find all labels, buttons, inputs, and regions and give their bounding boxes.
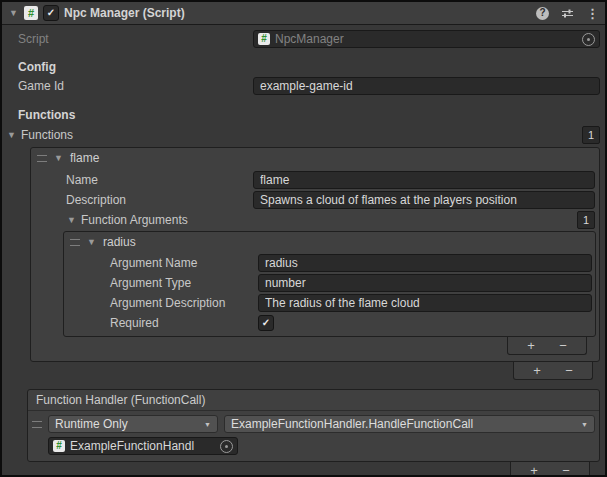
argument-description-input[interactable] (258, 294, 592, 312)
kebab-menu-icon[interactable]: ⋮ (586, 7, 599, 20)
function-arguments-foldout-row: ▼ Function Arguments 1 (31, 211, 595, 229)
component-enabled-checkbox[interactable]: ✓ (43, 5, 59, 21)
argument-type-label: Argument Type (110, 276, 258, 290)
script-label: Script (18, 32, 253, 46)
foldout-icon[interactable]: ▼ (66, 216, 77, 225)
game-id-label: Game Id (18, 79, 253, 93)
component-title: Npc Manager (Script) (64, 6, 185, 20)
handler-target-object-field[interactable]: # ExampleFunctionHandl (48, 437, 238, 455)
name-label: Name (66, 173, 253, 187)
argument-description-row: Argument Description (64, 294, 592, 312)
description-row: Description (31, 191, 595, 209)
handler-callback-row: Runtime Only ▼ ExampleFunctionHandler.Ha… (28, 415, 595, 433)
remove-argument-button[interactable]: − (547, 338, 579, 353)
function-arguments-size-field[interactable]: 1 (577, 211, 595, 229)
function-name-input[interactable] (253, 171, 595, 189)
remove-function-button[interactable]: − (553, 363, 585, 378)
method-value: ExampleFunctionHandler.HandleFunctionCal… (231, 417, 473, 431)
argument-name-input[interactable] (258, 254, 592, 272)
component-header: ▼ # ✓ Npc Manager (Script) ? ⋮ (2, 2, 605, 25)
unity-inspector: ▼ # ✓ Npc Manager (Script) ? ⋮ Script # … (0, 0, 607, 477)
csharp-script-icon: # (258, 33, 270, 45)
remove-handler-button[interactable]: − (550, 463, 582, 477)
name-row: Name (31, 171, 595, 189)
function-description-input[interactable] (253, 191, 595, 209)
argument-type-input[interactable] (258, 274, 592, 292)
csharp-script-icon: # (53, 440, 65, 452)
event-state-dropdown[interactable]: Runtime Only ▼ (48, 415, 218, 433)
script-object-name: NpcManager (275, 32, 344, 46)
component-foldout-icon[interactable]: ▼ (8, 9, 19, 18)
function-arguments-foldout-label[interactable]: Function Arguments (81, 213, 188, 227)
argument-name-row: Argument Name (64, 254, 592, 272)
argument-type-row: Argument Type (64, 274, 592, 292)
add-function-button[interactable]: + (521, 363, 553, 378)
drag-handle-icon[interactable] (70, 239, 80, 246)
handler-target-name: ExampleFunctionHandl (70, 439, 194, 453)
game-id-row: Game Id (2, 77, 600, 95)
handler-target-row: # ExampleFunctionHandl (28, 437, 595, 455)
handler-list-footer: + − (2, 462, 590, 477)
config-section-header: Config (2, 59, 605, 74)
script-row: Script # NpcManager (2, 30, 600, 48)
foldout-icon[interactable]: ▼ (6, 131, 17, 140)
help-icon[interactable]: ? (536, 7, 549, 20)
functions-size-field[interactable]: 1 (582, 126, 600, 144)
argument-description-label: Argument Description (110, 296, 258, 310)
arguments-list-box: ▼ radius Argument Name Argument Type Arg… (63, 231, 596, 337)
event-state-value: Runtime Only (55, 417, 128, 431)
foldout-icon[interactable]: ▼ (53, 154, 64, 163)
functions-list-footer: + − (2, 362, 593, 380)
required-label: Required (110, 316, 258, 330)
function-handler-title: Function Handler (FunctionCall) (28, 390, 599, 411)
function-handler-box: Function Handler (FunctionCall) Runtime … (27, 389, 600, 462)
radius-element-title[interactable]: radius (103, 235, 136, 249)
add-handler-button[interactable]: + (518, 463, 550, 477)
object-picker-icon[interactable] (220, 440, 233, 453)
description-label: Description (66, 193, 253, 207)
drag-handle-icon[interactable] (37, 155, 47, 162)
arguments-list-footer: + − (31, 337, 587, 355)
method-dropdown[interactable]: ExampleFunctionHandler.HandleFunctionCal… (224, 415, 595, 433)
chevron-down-icon: ▼ (204, 421, 211, 428)
presets-icon[interactable] (561, 7, 574, 20)
functions-foldout-label[interactable]: Functions (21, 128, 73, 142)
argument-name-label: Argument Name (110, 256, 258, 270)
functions-section-header: Functions (2, 107, 605, 122)
csharp-script-icon: # (24, 6, 38, 20)
object-picker-icon[interactable] (582, 33, 595, 46)
flame-element-title[interactable]: flame (70, 151, 99, 165)
required-row: Required ✓ (64, 314, 592, 332)
drag-handle-icon[interactable] (32, 421, 42, 428)
functions-list-box: ▼ flame Name Description ▼ Function Argu… (30, 147, 600, 362)
chevron-down-icon: ▼ (581, 421, 588, 428)
radius-element-header: ▼ radius (64, 232, 595, 252)
functions-foldout-row: ▼ Functions 1 (2, 126, 600, 144)
add-argument-button[interactable]: + (515, 338, 547, 353)
required-checkbox[interactable]: ✓ (258, 315, 274, 331)
game-id-input[interactable] (253, 77, 600, 95)
script-object-field[interactable]: # NpcManager (253, 30, 600, 48)
foldout-icon[interactable]: ▼ (86, 238, 97, 247)
flame-element-header: ▼ flame (31, 148, 599, 168)
